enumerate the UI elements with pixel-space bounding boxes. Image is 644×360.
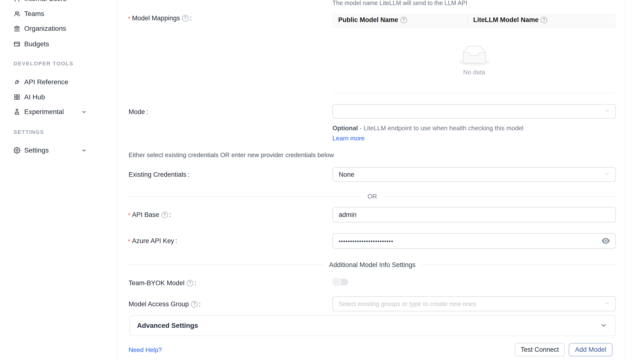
empty-text: No data (463, 68, 485, 76)
flask-icon (14, 108, 20, 115)
sidebar-item-label: Teams (24, 10, 44, 18)
credit-card-icon (14, 41, 20, 48)
api-base-value: admin (339, 211, 356, 218)
sidebar-item-teams[interactable]: Teams (0, 6, 118, 21)
need-help-link[interactable]: Need Help? (128, 346, 162, 354)
user-icon (14, 0, 20, 2)
column-header-public-model-name: Public Model Name ? (332, 16, 467, 24)
add-model-form: The model name LiteLLM will send to the … (118, 0, 644, 360)
or-divider: OR (128, 192, 616, 200)
mode-label: Mode: (128, 108, 148, 116)
table-header-row: Public Model Name ? LiteLLM Model Name ? (332, 13, 616, 27)
sidebar-item-internal-users[interactable]: Internal Users (0, 0, 118, 6)
content-right-divider (625, 0, 626, 360)
learn-more-link[interactable]: Learn more (332, 134, 364, 142)
sidebar: Internal Users Teams Organizations (0, 0, 118, 360)
existing-credentials-select[interactable]: None (332, 167, 616, 182)
advanced-settings-panel[interactable]: Advanced Settings (129, 315, 616, 336)
credentials-note: Either select existing credentials OR en… (128, 151, 334, 159)
model-mappings-label: * Model Mappings ? : (128, 14, 192, 22)
required-mark: * (128, 211, 130, 219)
empty-inbox-icon (459, 46, 490, 66)
model-access-group-select[interactable]: Select existing groups or type to create… (332, 296, 616, 311)
gear-icon (14, 147, 20, 154)
existing-credentials-label: Existing Credentials: (128, 170, 189, 179)
sidebar-item-label: API Reference (24, 78, 68, 86)
toggle-knob (332, 277, 341, 287)
mode-help-text: Optional - LiteLLM endpoint to use when … (332, 123, 533, 143)
sidebar-item-label: Experimental (24, 108, 64, 116)
model-mappings-table: Public Model Name ? LiteLLM Model Name ? (332, 13, 616, 93)
plug-icon (14, 79, 20, 86)
chevron-down-icon (600, 322, 607, 330)
advanced-settings-title: Advanced Settings (137, 322, 198, 330)
table-note: The model name LiteLLM will send to the … (332, 0, 467, 6)
eye-icon[interactable] (601, 236, 610, 246)
chevron-down-icon (604, 300, 610, 308)
chevron-down-icon (81, 109, 87, 114)
masked-api-key: •••••••••••••••••••••••• (339, 238, 394, 245)
column-header-litellm-model-name: LiteLLM Model Name ? (467, 16, 616, 24)
question-mark-icon[interactable]: ? (162, 212, 168, 218)
team-byok-label: Team-BYOK Model ? : (128, 279, 196, 287)
existing-credentials-value: None (339, 171, 354, 178)
api-base-input[interactable]: admin (332, 207, 616, 222)
sidebar-item-label: Internal Users (24, 0, 66, 3)
sidebar-item-label: Settings (24, 146, 49, 154)
model-access-group-label: Model Access Group ? : (128, 300, 201, 308)
sidebar-item-label: Budgets (24, 40, 49, 48)
sidebar-item-experimental[interactable]: Experimental (0, 104, 118, 119)
sidebar-section-settings: SETTINGS (14, 129, 110, 135)
chevron-down-icon (604, 108, 610, 116)
sidebar-item-api-reference[interactable]: API Reference (0, 74, 118, 90)
test-connect-button[interactable]: Test Connect (515, 343, 565, 356)
sidebar-item-label: Organizations (24, 25, 66, 32)
question-mark-icon[interactable]: ? (187, 280, 193, 286)
sidebar-section-developer-tools: DEVELOPER TOOLS (14, 60, 110, 67)
api-base-label: * API Base ? : (128, 211, 171, 219)
chevron-down-icon (81, 148, 87, 153)
sidebar-item-ai-hub[interactable]: AI Hub (0, 90, 118, 104)
model-access-group-placeholder: Select existing groups or type to create… (339, 300, 476, 308)
table-empty-state: No data (332, 27, 616, 93)
teams-icon (14, 10, 20, 17)
required-mark: * (128, 237, 130, 246)
sidebar-item-settings[interactable]: Settings (0, 143, 118, 158)
question-mark-icon[interactable]: ? (400, 17, 407, 23)
question-mark-icon[interactable]: ? (182, 15, 188, 22)
required-mark: * (128, 14, 130, 23)
add-model-button[interactable]: Add Model (569, 343, 612, 356)
mode-select[interactable] (332, 104, 616, 119)
add-model-page: Internal Users Teams Organizations (0, 0, 644, 360)
grid-icon (14, 94, 20, 100)
bank-icon (14, 25, 20, 32)
sidebar-item-organizations[interactable]: Organizations (0, 21, 118, 36)
team-byok-toggle[interactable] (332, 277, 349, 287)
azure-api-key-label: * Azure API Key : (128, 237, 177, 245)
column-divider (467, 16, 468, 24)
additional-info-divider: Additional Model Info Settings (128, 261, 616, 269)
question-mark-icon[interactable]: ? (191, 301, 198, 308)
chevron-down-icon (604, 171, 610, 179)
sidebar-item-budgets[interactable]: Budgets (0, 36, 118, 52)
azure-api-key-input[interactable]: •••••••••••••••••••••••• (332, 233, 616, 249)
sidebar-item-label: AI Hub (24, 93, 45, 101)
question-mark-icon[interactable]: ? (540, 17, 547, 23)
